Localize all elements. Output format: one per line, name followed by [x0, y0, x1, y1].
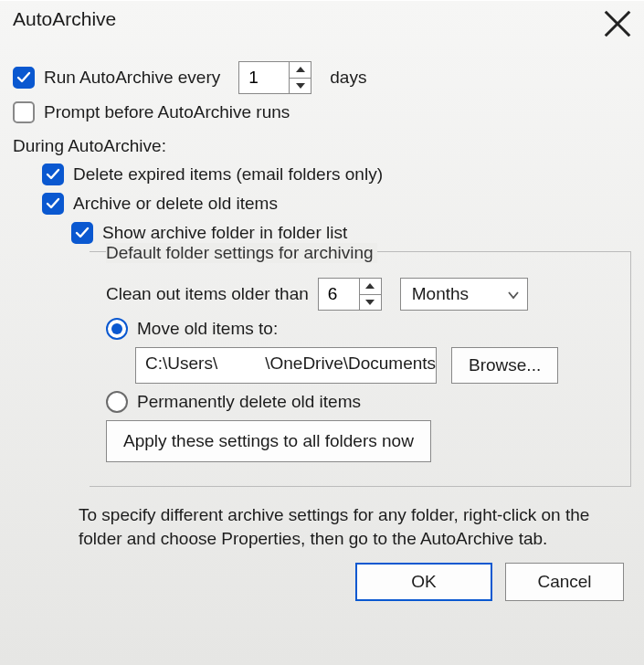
days-label: days [330, 68, 366, 88]
svg-marker-2 [296, 67, 305, 72]
ok-button[interactable]: OK [355, 563, 492, 601]
spin-up-button[interactable] [360, 279, 381, 295]
browse-button[interactable]: Browse... [451, 347, 558, 384]
spin-down-button[interactable] [360, 295, 381, 311]
prompt-before-label: Prompt before AutoArchive runs [44, 102, 290, 122]
chevron-down-icon [365, 300, 375, 305]
autoarchive-dialog: AutoArchive Run AutoArchive every days [0, 0, 644, 665]
clean-out-unit-value: Months [412, 284, 469, 304]
archive-delete-label: Archive or delete old items [73, 194, 278, 214]
close-icon [602, 8, 633, 39]
check-icon [46, 196, 60, 211]
move-old-items-radio[interactable] [106, 318, 128, 340]
apply-all-folders-button[interactable]: Apply these settings to all folders now [106, 420, 431, 462]
footer-help-text: To specify different archive settings fo… [79, 503, 635, 550]
titlebar: AutoArchive [0, 1, 644, 45]
group-legend: Default folder settings for archiving [106, 243, 377, 263]
dialog-title: AutoArchive [13, 8, 116, 30]
clean-out-spinner[interactable] [318, 278, 382, 311]
delete-expired-checkbox[interactable] [42, 164, 64, 185]
check-icon [16, 70, 31, 85]
chevron-down-icon [507, 284, 520, 304]
cancel-button[interactable]: Cancel [505, 563, 624, 601]
move-path-input[interactable]: C:\Users\\OneDrive\Documents\Ou [135, 347, 437, 384]
permanently-delete-radio[interactable] [106, 391, 128, 413]
clean-out-unit-select[interactable]: Months [400, 278, 528, 311]
chevron-up-icon [296, 67, 305, 72]
show-archive-folder-checkbox[interactable] [71, 222, 93, 244]
clean-out-label: Clean out items older than [106, 284, 309, 304]
delete-expired-label: Delete expired items (email folders only… [73, 164, 383, 185]
default-folder-settings-group: Default folder settings for archiving Cl… [90, 251, 631, 487]
show-archive-folder-label: Show archive folder in folder list [102, 223, 347, 243]
close-button[interactable] [602, 8, 633, 39]
permanently-delete-label: Permanently delete old items [137, 392, 361, 412]
spin-up-button[interactable] [290, 62, 311, 79]
run-every-days-spinner[interactable] [238, 61, 311, 94]
run-autoarchive-checkbox[interactable] [13, 67, 35, 89]
svg-marker-4 [365, 283, 375, 289]
archive-delete-checkbox[interactable] [42, 193, 64, 215]
spin-down-button[interactable] [290, 79, 311, 94]
chevron-down-icon [296, 83, 305, 89]
check-icon [46, 167, 60, 182]
check-icon [75, 226, 90, 240]
chevron-up-icon [365, 283, 375, 289]
svg-marker-5 [365, 300, 375, 305]
run-every-days-input[interactable] [239, 62, 289, 93]
clean-out-input[interactable] [319, 279, 359, 310]
svg-marker-3 [296, 83, 305, 89]
move-old-items-label: Move old items to: [137, 319, 278, 339]
run-autoarchive-label: Run AutoArchive every [44, 68, 220, 88]
prompt-before-checkbox[interactable] [13, 101, 35, 123]
during-heading: During AutoArchive: [13, 136, 635, 156]
